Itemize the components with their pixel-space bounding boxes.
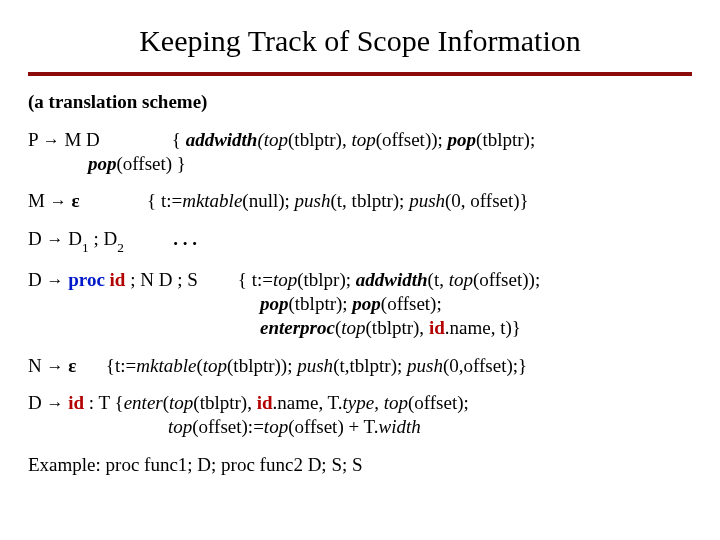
text: (tblptr);	[476, 129, 535, 150]
arrow-icon: →	[46, 229, 63, 250]
text: (t,tblptr);	[333, 355, 402, 376]
title-rule	[28, 72, 692, 76]
text: );	[431, 129, 443, 150]
text: (offset);	[381, 293, 442, 314]
prod-P-rhs: M D	[64, 129, 99, 150]
text: (tblptr);	[289, 293, 348, 314]
epsilon: ε	[71, 190, 79, 211]
kw-id: id	[68, 392, 84, 413]
text: (0,offset);}	[443, 355, 527, 376]
nt-D: D	[28, 392, 42, 413]
text: (offset);	[408, 392, 469, 413]
production-D-seq: D → D1 ; D2 . . .	[28, 227, 692, 254]
nt-D: D	[28, 228, 42, 249]
text: (offset) + T.	[288, 416, 378, 437]
text: ;	[89, 228, 104, 249]
fn-push: push	[404, 190, 445, 211]
prod-D-proc-line3: enterproc(top(tblptr), id.name, t)}	[28, 316, 692, 340]
text: { t:=	[238, 269, 273, 290]
production-D-proc: D → proc id ; N D ; S { t:=top(tblpr); a…	[28, 268, 692, 339]
epsilon: ε	[68, 355, 76, 376]
nt-D: D	[28, 269, 42, 290]
text: (tblpr);	[297, 269, 351, 290]
production-M: M → ε { t:=mktable(null); push(t, tblptr…	[28, 189, 692, 213]
prod-D-id-line1: D → id : T {enter(top(tblptr), id.name, …	[28, 391, 692, 415]
fn-pop: pop	[88, 153, 117, 174]
text: ; N D ; S	[125, 269, 197, 290]
fn-push: push	[290, 190, 331, 211]
fn-top: top	[273, 269, 297, 290]
arrow-icon: →	[46, 356, 63, 377]
production-P: P → M D { addwidth(top(tblptr), top(offs…	[28, 128, 692, 176]
text: (t,	[428, 269, 444, 290]
production-N: N → ε {t:=mktable(top(tblptr)); push(t,t…	[28, 354, 692, 378]
kw-id: id	[424, 317, 445, 338]
prod-M-lhs: M → ε	[28, 190, 84, 211]
prod-D-proc-line2: pop(tblptr); pop(offset);	[28, 292, 692, 316]
fn-enter: enter	[124, 392, 163, 413]
fn-top: top	[264, 416, 288, 437]
slide-title: Keeping Track of Scope Information	[28, 24, 692, 58]
fn-push: push	[402, 355, 443, 376]
fn-top: top	[169, 392, 193, 413]
text: .name, t)}	[445, 317, 521, 338]
arrow-icon: →	[50, 191, 67, 212]
ellipsis: . . .	[173, 228, 197, 249]
slide-root: Keeping Track of Scope Information (a tr…	[0, 0, 720, 540]
fn-mktable: mktable	[182, 190, 242, 211]
prod-P-action1: { addwidth(top(tblptr), top(offset)); po…	[172, 128, 535, 152]
fn-addwidth: addwidth	[351, 269, 428, 290]
arrow-icon: →	[46, 393, 63, 414]
fn-top: top	[341, 317, 365, 338]
text: (0, offset)}	[445, 190, 529, 211]
fn-pop: pop	[260, 293, 289, 314]
text: : T {	[84, 392, 124, 413]
sub-2: 2	[117, 240, 124, 255]
production-D-id: D → id : T {enter(top(tblptr), id.name, …	[28, 391, 692, 439]
prod-D-id-line2: top(offset):=top(offset) + T.width	[28, 415, 692, 439]
text: top	[347, 129, 376, 150]
fn-top: top	[384, 392, 408, 413]
text: (offset) }	[117, 153, 186, 174]
text: (tblptr));	[227, 355, 292, 376]
prod-D-proc-action1: { t:=top(tblpr); addwidth(t, top(offset)…	[238, 268, 540, 292]
sub-1: 1	[82, 240, 89, 255]
text: (tblptr)	[288, 129, 342, 150]
fn-push: push	[292, 355, 333, 376]
attr-type: type	[343, 392, 375, 413]
text: .name, T.	[273, 392, 343, 413]
prod-D-seq-lhs: D → D1 ; D2	[28, 228, 129, 249]
prod-D-proc-line1: D → proc id ; N D ; S { t:=top(tblpr); a…	[28, 268, 692, 292]
arrow-icon: →	[46, 270, 63, 291]
text: (top	[257, 129, 288, 150]
text: (offset)	[376, 129, 432, 150]
example-line: Example: proc func1; D; proc func2 D; S;…	[28, 453, 692, 477]
kw-id: id	[110, 269, 126, 290]
prod-N-action: {t:=mktable(top(tblptr)); push(t,tblptr)…	[106, 355, 527, 376]
nt-P: P	[28, 129, 38, 150]
fn-top: top	[203, 355, 227, 376]
text: {	[172, 129, 181, 150]
prod-D-id-lhs: D → id : T {enter(top(tblptr), id.name, …	[28, 392, 469, 413]
text: (offset));	[473, 269, 540, 290]
slide-body: (a translation scheme) P → M D { addwidt…	[28, 90, 692, 477]
subtitle: (a translation scheme)	[28, 90, 692, 114]
text: (tblptr),	[193, 392, 252, 413]
fn-top: top	[444, 269, 473, 290]
prod-P-line2: pop(offset) }	[28, 152, 692, 176]
fn-top: top	[168, 416, 192, 437]
prod-N-lhs: N → ε	[28, 355, 81, 376]
nt-N: N	[28, 355, 42, 376]
prod-M-action: { t:=mktable(null); push(t, tblptr); pus…	[147, 190, 529, 211]
text: (offset):=	[192, 416, 264, 437]
nt-D2: D	[103, 228, 117, 249]
fn-pop: pop	[348, 293, 381, 314]
prod-P-lhs: P → M D	[28, 128, 100, 152]
fn-mktable: mktable	[136, 355, 196, 376]
text: ,	[374, 392, 384, 413]
text: { t:=	[147, 190, 182, 211]
prod-P-line1: P → M D { addwidth(top(tblptr), top(offs…	[28, 128, 692, 152]
kw-id: id	[252, 392, 273, 413]
text: {t:=	[106, 355, 136, 376]
prod-D-proc-lhs: D → proc id ; N D ; S	[28, 268, 198, 292]
